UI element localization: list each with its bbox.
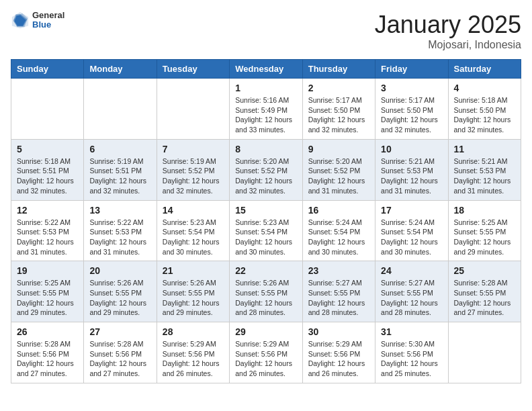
weekday-header-friday: Friday <box>375 60 448 79</box>
calendar-cell: 22Sunrise: 5:26 AM Sunset: 5:55 PM Dayli… <box>230 261 302 322</box>
calendar-cell: 20Sunrise: 5:26 AM Sunset: 5:55 PM Dayli… <box>84 261 157 322</box>
day-info: Sunrise: 5:22 AM Sunset: 5:53 PM Dayligh… <box>89 218 150 257</box>
weekday-header-sunday: Sunday <box>11 60 84 79</box>
day-number: 31 <box>381 326 442 337</box>
calendar-cell: 30Sunrise: 5:29 AM Sunset: 5:56 PM Dayli… <box>302 322 375 383</box>
day-number: 29 <box>235 326 296 337</box>
day-number: 23 <box>308 265 369 276</box>
weekday-header-tuesday: Tuesday <box>157 60 229 79</box>
weekday-header-monday: Monday <box>84 60 157 79</box>
day-number: 27 <box>89 326 150 337</box>
day-number: 7 <box>163 144 224 154</box>
day-info: Sunrise: 5:27 AM Sunset: 5:55 PM Dayligh… <box>308 278 369 318</box>
calendar-cell: 27Sunrise: 5:28 AM Sunset: 5:56 PM Dayli… <box>84 322 157 383</box>
day-number: 24 <box>381 265 442 276</box>
day-info: Sunrise: 5:26 AM Sunset: 5:55 PM Dayligh… <box>163 278 224 318</box>
calendar-cell: 19Sunrise: 5:25 AM Sunset: 5:55 PM Dayli… <box>11 261 84 322</box>
day-number: 22 <box>235 265 296 276</box>
day-info: Sunrise: 5:28 AM Sunset: 5:55 PM Dayligh… <box>454 278 515 318</box>
day-number: 4 <box>454 83 515 93</box>
day-number: 26 <box>17 326 78 337</box>
calendar-week-row: 19Sunrise: 5:25 AM Sunset: 5:55 PM Dayli… <box>11 261 521 322</box>
day-info: Sunrise: 5:28 AM Sunset: 5:56 PM Dayligh… <box>17 339 78 379</box>
day-info: Sunrise: 5:26 AM Sunset: 5:55 PM Dayligh… <box>235 278 296 318</box>
day-number: 30 <box>308 326 369 337</box>
calendar-cell: 5Sunrise: 5:18 AM Sunset: 5:51 PM Daylig… <box>11 139 84 200</box>
day-info: Sunrise: 5:20 AM Sunset: 5:52 PM Dayligh… <box>308 156 369 196</box>
day-info: Sunrise: 5:29 AM Sunset: 5:56 PM Dayligh… <box>163 339 224 379</box>
calendar-cell: 1Sunrise: 5:16 AM Sunset: 5:49 PM Daylig… <box>230 79 302 140</box>
calendar-week-row: 26Sunrise: 5:28 AM Sunset: 5:56 PM Dayli… <box>11 322 521 383</box>
calendar-week-row: 5Sunrise: 5:18 AM Sunset: 5:51 PM Daylig… <box>11 139 521 200</box>
logo-text: General Blue <box>32 11 64 30</box>
day-info: Sunrise: 5:19 AM Sunset: 5:52 PM Dayligh… <box>163 156 224 196</box>
calendar-cell: 17Sunrise: 5:24 AM Sunset: 5:54 PM Dayli… <box>375 200 448 261</box>
day-info: Sunrise: 5:26 AM Sunset: 5:55 PM Dayligh… <box>89 278 150 318</box>
day-number: 9 <box>308 144 369 154</box>
month-title: January 2025 <box>375 11 521 39</box>
calendar-cell: 8Sunrise: 5:20 AM Sunset: 5:52 PM Daylig… <box>230 139 302 200</box>
calendar-cell: 9Sunrise: 5:20 AM Sunset: 5:52 PM Daylig… <box>302 139 375 200</box>
calendar-cell: 11Sunrise: 5:21 AM Sunset: 5:53 PM Dayli… <box>448 139 521 200</box>
day-info: Sunrise: 5:28 AM Sunset: 5:56 PM Dayligh… <box>89 339 150 379</box>
day-number: 18 <box>454 205 515 216</box>
weekday-header-wednesday: Wednesday <box>230 60 302 79</box>
day-number: 11 <box>454 144 515 154</box>
calendar-cell <box>157 79 229 140</box>
day-number: 17 <box>381 205 442 216</box>
weekday-header-saturday: Saturday <box>448 60 521 79</box>
calendar-week-row: 12Sunrise: 5:22 AM Sunset: 5:53 PM Dayli… <box>11 200 521 261</box>
day-info: Sunrise: 5:17 AM Sunset: 5:50 PM Dayligh… <box>308 95 369 135</box>
calendar-cell <box>448 322 521 383</box>
day-info: Sunrise: 5:21 AM Sunset: 5:53 PM Dayligh… <box>454 156 515 196</box>
calendar-cell: 24Sunrise: 5:27 AM Sunset: 5:55 PM Dayli… <box>375 261 448 322</box>
day-number: 1 <box>235 83 296 93</box>
day-number: 19 <box>17 265 78 276</box>
calendar-cell <box>84 79 157 140</box>
day-info: Sunrise: 5:25 AM Sunset: 5:55 PM Dayligh… <box>17 278 78 318</box>
day-number: 28 <box>163 326 224 337</box>
day-number: 3 <box>381 83 442 93</box>
calendar-cell: 15Sunrise: 5:23 AM Sunset: 5:54 PM Dayli… <box>230 200 302 261</box>
day-number: 21 <box>163 265 224 276</box>
calendar-cell: 23Sunrise: 5:27 AM Sunset: 5:55 PM Dayli… <box>302 261 375 322</box>
calendar-cell: 21Sunrise: 5:26 AM Sunset: 5:55 PM Dayli… <box>157 261 229 322</box>
day-info: Sunrise: 5:18 AM Sunset: 5:50 PM Dayligh… <box>454 95 515 135</box>
calendar-table: SundayMondayTuesdayWednesdayThursdayFrid… <box>11 59 521 383</box>
calendar-cell: 6Sunrise: 5:19 AM Sunset: 5:51 PM Daylig… <box>84 139 157 200</box>
day-info: Sunrise: 5:23 AM Sunset: 5:54 PM Dayligh… <box>163 218 224 257</box>
title-section: January 2025 Mojosari, Indonesia <box>375 11 521 51</box>
day-info: Sunrise: 5:27 AM Sunset: 5:55 PM Dayligh… <box>381 278 442 318</box>
day-info: Sunrise: 5:30 AM Sunset: 5:56 PM Dayligh… <box>381 339 442 379</box>
calendar-cell <box>11 79 84 140</box>
day-info: Sunrise: 5:17 AM Sunset: 5:50 PM Dayligh… <box>381 95 442 135</box>
day-info: Sunrise: 5:24 AM Sunset: 5:54 PM Dayligh… <box>381 218 442 257</box>
day-info: Sunrise: 5:18 AM Sunset: 5:51 PM Dayligh… <box>17 156 78 196</box>
calendar-cell: 7Sunrise: 5:19 AM Sunset: 5:52 PM Daylig… <box>157 139 229 200</box>
day-info: Sunrise: 5:22 AM Sunset: 5:53 PM Dayligh… <box>17 218 78 257</box>
day-number: 13 <box>89 205 150 216</box>
day-info: Sunrise: 5:29 AM Sunset: 5:56 PM Dayligh… <box>235 339 296 379</box>
day-info: Sunrise: 5:16 AM Sunset: 5:49 PM Dayligh… <box>235 95 296 135</box>
day-info: Sunrise: 5:21 AM Sunset: 5:53 PM Dayligh… <box>381 156 442 196</box>
day-number: 15 <box>235 205 296 216</box>
calendar-week-row: 1Sunrise: 5:16 AM Sunset: 5:49 PM Daylig… <box>11 79 521 140</box>
calendar-cell: 3Sunrise: 5:17 AM Sunset: 5:50 PM Daylig… <box>375 79 448 140</box>
calendar-cell: 31Sunrise: 5:30 AM Sunset: 5:56 PM Dayli… <box>375 322 448 383</box>
calendar-cell: 13Sunrise: 5:22 AM Sunset: 5:53 PM Dayli… <box>84 200 157 261</box>
calendar-cell: 29Sunrise: 5:29 AM Sunset: 5:56 PM Dayli… <box>230 322 302 383</box>
calendar-cell: 28Sunrise: 5:29 AM Sunset: 5:56 PM Dayli… <box>157 322 229 383</box>
calendar-cell: 12Sunrise: 5:22 AM Sunset: 5:53 PM Dayli… <box>11 200 84 261</box>
day-number: 5 <box>17 144 78 154</box>
location-title: Mojosari, Indonesia <box>375 39 521 51</box>
day-info: Sunrise: 5:20 AM Sunset: 5:52 PM Dayligh… <box>235 156 296 196</box>
day-number: 10 <box>381 144 442 154</box>
calendar-cell: 4Sunrise: 5:18 AM Sunset: 5:50 PM Daylig… <box>448 79 521 140</box>
day-number: 16 <box>308 205 369 216</box>
day-number: 6 <box>89 144 150 154</box>
logo-icon <box>11 11 30 30</box>
calendar-cell: 14Sunrise: 5:23 AM Sunset: 5:54 PM Dayli… <box>157 200 229 261</box>
day-number: 25 <box>454 265 515 276</box>
day-info: Sunrise: 5:25 AM Sunset: 5:55 PM Dayligh… <box>454 218 515 257</box>
calendar-cell: 10Sunrise: 5:21 AM Sunset: 5:53 PM Dayli… <box>375 139 448 200</box>
